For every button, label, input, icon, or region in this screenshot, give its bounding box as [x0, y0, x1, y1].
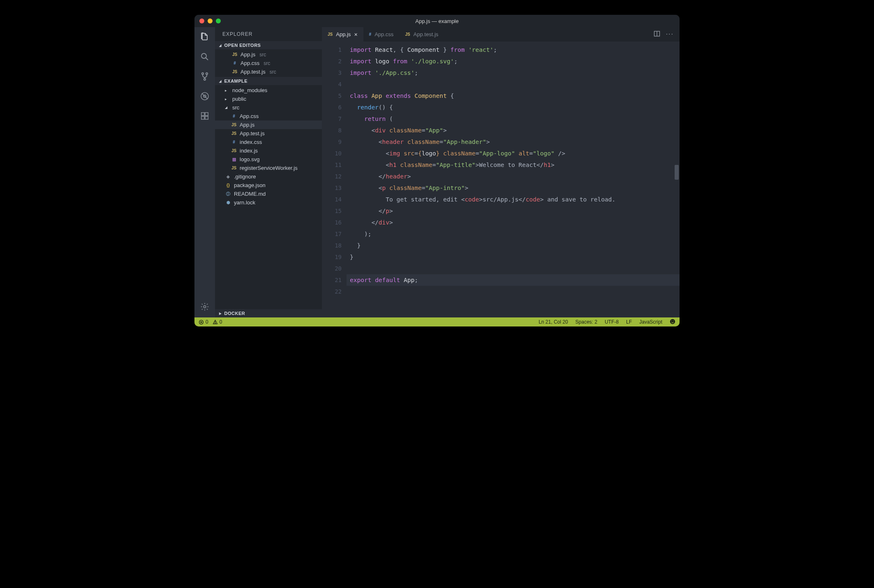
code-line[interactable]: class App extends Component {	[347, 90, 680, 102]
editor-tab[interactable]: JSApp.js×	[322, 27, 363, 42]
file-path: src	[259, 52, 266, 58]
editor-tab[interactable]: #App.css	[363, 27, 400, 42]
project-label: EXAMPLE	[224, 79, 248, 83]
errors-indicator[interactable]: 0	[199, 319, 208, 325]
code-line[interactable]: <header className="App-header">	[347, 136, 680, 148]
search-icon[interactable]	[199, 51, 210, 63]
file-type-icon: ▧	[231, 157, 237, 162]
svg-rect-10	[201, 116, 204, 119]
code-line[interactable]: render() {	[347, 102, 680, 113]
file-name: src	[232, 104, 239, 111]
explorer-icon[interactable]	[199, 31, 210, 43]
file-item[interactable]: ▧logo.svg	[215, 155, 322, 164]
file-name: .gitignore	[234, 174, 256, 180]
svg-point-12	[203, 306, 206, 308]
settings-gear-icon[interactable]	[199, 301, 210, 313]
file-name: index.js	[240, 148, 258, 154]
code-line[interactable]: <p className="App-intro">	[347, 182, 680, 194]
file-item[interactable]: ◆.gitignore	[215, 172, 322, 181]
debug-icon[interactable]	[199, 90, 210, 102]
tab-label: App.css	[375, 31, 393, 37]
file-type-icon: JS	[231, 123, 237, 127]
open-editor-item[interactable]: JSApp.jssrc	[215, 50, 322, 59]
code-line[interactable]: import React, { Component } from 'react'…	[347, 44, 680, 56]
file-item[interactable]: ⬢yarn.lock	[215, 198, 322, 207]
file-item[interactable]: JSApp.js	[215, 120, 322, 129]
file-item[interactable]: JSApp.test.js	[215, 129, 322, 138]
code-line[interactable]: <h1 className="App-title">Welcome to Rea…	[347, 159, 680, 171]
file-path: src	[270, 69, 276, 75]
vscode-window: App.js — example	[194, 15, 680, 326]
code-line[interactable]: </header>	[347, 171, 680, 182]
folder-item[interactable]: src	[215, 103, 322, 112]
code-line[interactable]: </div>	[347, 217, 680, 228]
code-line[interactable]: import './App.css';	[347, 67, 680, 79]
project-header[interactable]: EXAMPLE	[215, 77, 322, 85]
svg-rect-8	[201, 113, 204, 116]
eol[interactable]: LF	[626, 319, 632, 325]
split-editor-icon[interactable]	[654, 30, 660, 39]
file-type-icon: JS	[231, 148, 237, 153]
indentation[interactable]: Spaces: 2	[576, 319, 597, 325]
file-item[interactable]: #index.css	[215, 138, 322, 146]
cursor-position[interactable]: Ln 21, Col 20	[539, 319, 568, 325]
errors-count: 0	[206, 319, 208, 325]
code-line[interactable]: To get started, edit <code>src/App.js</c…	[347, 194, 680, 205]
file-name: yarn.lock	[234, 199, 255, 206]
activity-bar	[194, 27, 215, 317]
code-line[interactable]: <div className="App">	[347, 125, 680, 136]
folder-item[interactable]: public	[215, 95, 322, 103]
extensions-icon[interactable]	[199, 110, 210, 122]
file-type-icon: ◆	[225, 174, 231, 179]
folder-item[interactable]: node_modules	[215, 86, 322, 95]
svg-point-4	[204, 79, 206, 80]
docker-label: DOCKER	[224, 311, 245, 316]
sidebar: EXPLORER OPEN EDITORS JSApp.jssrc#App.cs…	[215, 27, 322, 317]
file-type-icon: #	[231, 140, 237, 144]
tab-label: App.test.js	[414, 31, 439, 37]
encoding[interactable]: UTF-8	[605, 319, 619, 325]
warnings-indicator[interactable]: 0	[213, 319, 222, 325]
code-line[interactable]: }	[347, 240, 680, 251]
code-content[interactable]: import React, { Component } from 'react'…	[347, 42, 680, 317]
svg-line-6	[202, 93, 208, 99]
more-actions-icon[interactable]: ···	[666, 30, 674, 39]
open-editors-label: OPEN EDITORS	[224, 43, 261, 48]
file-name: App.js	[240, 122, 254, 128]
code-line[interactable]: }	[347, 251, 680, 263]
code-line[interactable]	[347, 263, 680, 274]
code-line[interactable]: import logo from './logo.svg';	[347, 56, 680, 67]
editor-tab[interactable]: JSApp.test.js	[399, 27, 444, 42]
code-editor[interactable]: 12345678910111213141516171819202122 impo…	[322, 42, 680, 317]
open-editor-item[interactable]: JSApp.test.jssrc	[215, 67, 322, 76]
language-mode[interactable]: JavaScript	[639, 319, 662, 325]
window-title: App.js — example	[194, 18, 680, 24]
file-item[interactable]: #App.css	[215, 112, 322, 120]
feedback-smiley-icon[interactable]	[670, 319, 675, 326]
source-control-icon[interactable]	[199, 71, 210, 82]
close-tab-icon[interactable]: ×	[354, 31, 357, 38]
code-line[interactable]: export default App;	[347, 274, 680, 286]
titlebar: App.js — example	[194, 15, 680, 27]
file-item[interactable]: JSindex.js	[215, 146, 322, 155]
open-editor-item[interactable]: #App.csssrc	[215, 59, 322, 67]
docker-header[interactable]: DOCKER	[215, 309, 322, 317]
file-name: App.test.js	[240, 130, 265, 137]
file-item[interactable]: ⓘREADME.md	[215, 190, 322, 198]
file-name: node_modules	[232, 87, 267, 93]
file-path: src	[264, 60, 270, 66]
editor-area: JSApp.js×#App.cssJSApp.test.js ··· 12345…	[322, 27, 680, 317]
code-line[interactable]: );	[347, 228, 680, 240]
open-editors-header[interactable]: OPEN EDITORS	[215, 41, 322, 49]
svg-point-2	[202, 73, 203, 74]
file-item[interactable]: {}package.json	[215, 181, 322, 190]
file-name: public	[232, 96, 246, 102]
code-line[interactable]: return (	[347, 113, 680, 125]
code-line[interactable]: <img src={logo} className="App-logo" alt…	[347, 148, 680, 159]
scrollbar-thumb[interactable]	[675, 165, 679, 180]
file-item[interactable]: JSregisterServiceWorker.js	[215, 164, 322, 172]
code-line[interactable]	[347, 286, 680, 297]
code-line[interactable]: </p>	[347, 205, 680, 217]
file-name: index.css	[240, 139, 262, 145]
code-line[interactable]	[347, 79, 680, 90]
